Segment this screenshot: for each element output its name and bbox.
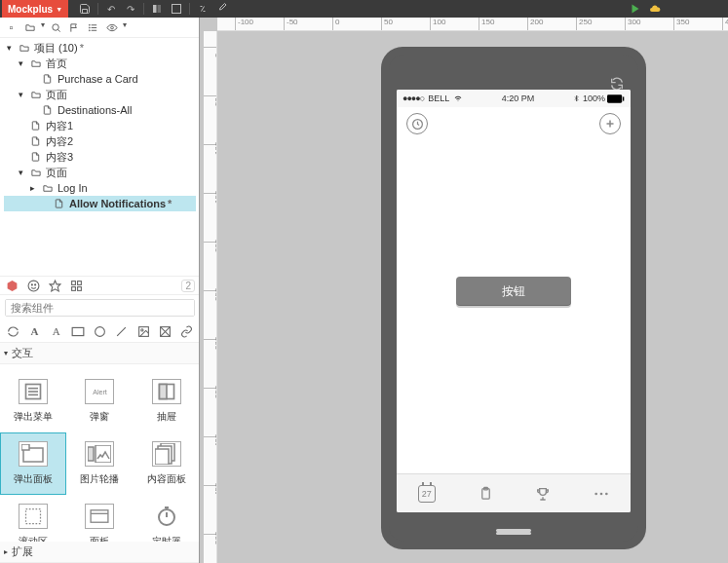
eye-icon[interactable] xyxy=(104,20,119,34)
cloud-sync-icon[interactable] xyxy=(648,2,662,16)
tree-node[interactable]: 内容2 xyxy=(4,133,196,149)
widget-label: 内容面板 xyxy=(147,472,186,486)
widget-popup[interactable]: 弹出面板 xyxy=(0,432,66,495)
eyedropper-icon[interactable] xyxy=(215,2,229,16)
svg-point-55 xyxy=(594,492,597,495)
tree-node[interactable]: Purchase a Card xyxy=(4,71,196,87)
list-icon[interactable] xyxy=(86,20,100,34)
ruler-tick: -50 xyxy=(284,18,298,30)
search-input[interactable] xyxy=(6,300,194,316)
undo-icon[interactable]: ↶ xyxy=(104,2,118,16)
recent-icon[interactable] xyxy=(406,113,428,134)
play-icon[interactable] xyxy=(629,2,642,16)
image-icon[interactable] xyxy=(136,323,150,339)
cube-icon[interactable] xyxy=(5,279,19,292)
new-folder-icon[interactable] xyxy=(22,20,37,34)
shape-toolbar: A A xyxy=(0,320,200,343)
ruler-vertical: 050100150200250300350400450500 xyxy=(204,31,217,563)
tree-node[interactable]: 内容1 xyxy=(4,118,196,133)
widget-carousel[interactable]: 图片轮播 xyxy=(66,432,133,495)
toolbox-icon-1[interactable] xyxy=(150,2,164,16)
text-icon[interactable]: A xyxy=(27,323,41,339)
widget-menu[interactable]: 弹出菜单 xyxy=(0,370,66,432)
tree-label: Purchase a Card xyxy=(57,73,138,85)
tree-node[interactable]: ▸Log In xyxy=(4,180,196,196)
mock-button[interactable]: 按钮 xyxy=(456,277,571,306)
tree-toggle-icon[interactable]: ▾ xyxy=(16,168,25,177)
tree-node[interactable]: Allow Notifications* xyxy=(4,196,196,211)
clock-label: 4:20 PM xyxy=(463,94,573,103)
search-icon[interactable] xyxy=(49,20,63,34)
add-icon[interactable] xyxy=(599,113,621,134)
carrier-label: BELL xyxy=(428,94,449,103)
phone-frame[interactable]: ●●●●○ BELL 4:20 PM 100% xyxy=(381,47,646,549)
svg-rect-2 xyxy=(172,5,181,14)
label-icon[interactable]: A xyxy=(50,323,63,339)
brand[interactable]: Mockplus ▼ xyxy=(2,0,68,18)
circle-icon[interactable] xyxy=(93,323,106,339)
tree-node[interactable]: ▾页面 xyxy=(4,165,196,180)
toolbox-icon-2[interactable] xyxy=(170,2,183,16)
ruler-tick: 350 xyxy=(204,388,216,389)
line-icon[interactable] xyxy=(115,323,129,339)
svg-marker-16 xyxy=(50,281,60,291)
svg-point-4 xyxy=(53,23,58,29)
toolbar-divider xyxy=(143,3,144,15)
tree-label: Allow Notifications xyxy=(69,198,166,209)
tree-root[interactable]: ▾ 项目 (10) * xyxy=(4,40,196,56)
refresh-icon[interactable] xyxy=(6,323,19,339)
canvas-area[interactable]: ●●●●○ BELL 4:20 PM 100% xyxy=(217,31,728,563)
link-icon[interactable] xyxy=(196,2,210,16)
more-icon[interactable] xyxy=(594,491,609,497)
save-icon[interactable] xyxy=(78,2,92,16)
svg-rect-42 xyxy=(26,509,41,524)
tree-label: 内容2 xyxy=(46,134,73,149)
clipboard-icon[interactable] xyxy=(479,485,493,502)
svg-point-56 xyxy=(600,492,603,495)
tree-toggle-icon[interactable]: ▸ xyxy=(27,183,37,193)
tree-toggle-icon[interactable]: ▾ xyxy=(16,58,25,68)
widget-drawer[interactable]: 抽屉 xyxy=(134,370,200,432)
folder-icon xyxy=(29,89,42,101)
tree-spacer xyxy=(0,213,200,276)
widget-label: 弹窗 xyxy=(90,410,109,424)
app-bar: Mockplus ▼ ↶ ↷ xyxy=(0,0,728,18)
home-indicator xyxy=(496,529,531,532)
rect-icon[interactable] xyxy=(71,323,85,339)
calendar-icon[interactable]: 27 xyxy=(418,485,436,503)
ruler-tick: 400 xyxy=(204,436,216,437)
tree-node[interactable]: ▾首页 xyxy=(4,56,196,71)
svg-point-9 xyxy=(89,24,90,25)
battery-icon xyxy=(607,94,625,103)
svg-rect-49 xyxy=(623,96,624,100)
widget-alert[interactable]: Alert弹窗 xyxy=(66,370,133,432)
flag-icon[interactable] xyxy=(67,20,82,34)
new-page-icon[interactable]: ▫ xyxy=(4,20,19,34)
placeholder-image-icon[interactable] xyxy=(158,323,172,339)
section-title-interact[interactable]: ▾ 交互 xyxy=(0,343,200,364)
mock-button-label: 按钮 xyxy=(502,283,525,300)
tree-node[interactable]: Destinations-All xyxy=(4,102,196,118)
page-icon xyxy=(29,151,42,164)
tree-node[interactable]: ▾页面 xyxy=(4,87,196,102)
section-footer[interactable]: ▸ 扩展 xyxy=(0,542,200,563)
link-icon[interactable] xyxy=(180,323,194,339)
ruler-tick: 0 xyxy=(204,47,216,48)
svg-rect-21 xyxy=(72,327,84,335)
widget-stack[interactable]: 内容面板 xyxy=(134,432,200,495)
smiley-icon[interactable] xyxy=(26,279,40,292)
star-icon[interactable] xyxy=(48,279,61,292)
trophy-icon[interactable] xyxy=(535,486,551,502)
grid-icon[interactable] xyxy=(69,279,83,292)
left-panel: ▫ ▾ ▾ ▾ xyxy=(0,18,200,563)
tree-toggle-icon[interactable]: ▾ xyxy=(16,90,25,99)
tree-node[interactable]: 内容3 xyxy=(4,149,196,165)
svg-rect-48 xyxy=(607,94,622,102)
redo-icon[interactable]: ↷ xyxy=(124,2,137,16)
svg-point-10 xyxy=(89,27,90,28)
tree-label: 内容3 xyxy=(46,150,73,165)
tree-toggle-icon[interactable]: ▾ xyxy=(4,43,14,53)
widget-label: 弹出菜单 xyxy=(14,410,53,424)
ruler-tick: 100 xyxy=(204,144,216,145)
ruler-tick: 300 xyxy=(625,18,640,30)
